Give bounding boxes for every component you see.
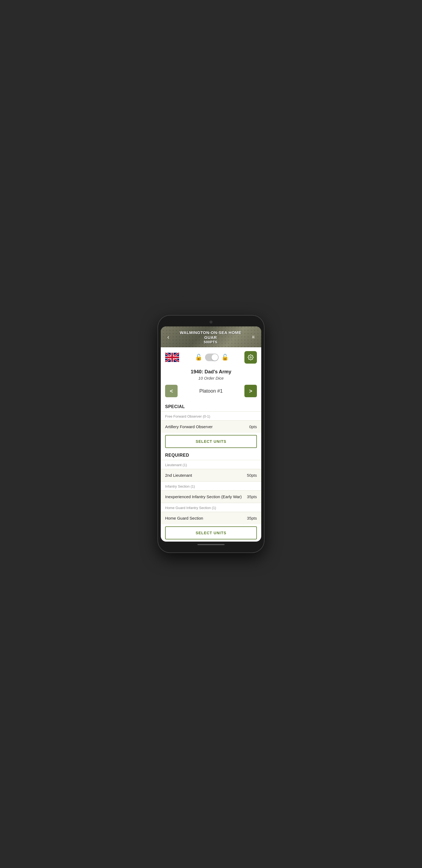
phone-screen: ‹ WALMINGTON-ON-SEA HOME GUAR 500PTS ≡ 🔓 — [161, 327, 261, 541]
next-platoon-button[interactable]: > — [245, 385, 257, 397]
category-label-infantry-section: Infantry Section (1) — [165, 484, 195, 488]
gear-icon — [248, 354, 254, 360]
category-infantry-section: Infantry Section (1) — [161, 482, 261, 490]
controls-row: 🔓 🔓 — [161, 347, 261, 367]
category-lieutenant: Lieutenant (1) — [161, 460, 261, 469]
header-title: WALMINGTON-ON-SEA HOME GUAR — [173, 330, 247, 340]
item-pts-artillery-forward-observer: 0pts — [249, 424, 257, 429]
item-name-artillery-forward-observer: Artillery Forward Observer — [165, 424, 213, 429]
item-pts-inexperienced-infantry: 35pts — [247, 494, 257, 499]
list-item[interactable]: 2nd Lieutenant 50pts — [161, 469, 261, 482]
army-info: 1940: Dad's Army 10 Order Dice — [161, 367, 261, 385]
category-label-free-forward-observer: Free Forward Observer (0-1) — [165, 414, 210, 418]
order-dice: 10 Order Dice — [165, 376, 257, 380]
select-units-button-required[interactable]: SELECT UNITS — [165, 526, 257, 539]
home-indicator — [197, 544, 225, 545]
prev-platoon-button[interactable]: < — [165, 385, 177, 397]
flag-icon[interactable] — [165, 353, 179, 362]
lock-toggle-group: 🔓 🔓 — [195, 353, 229, 361]
phone-frame: ‹ WALMINGTON-ON-SEA HOME GUAR 500PTS ≡ 🔓 — [158, 316, 264, 552]
lock-left-icon: 🔓 — [195, 354, 202, 361]
category-label-home-guard-infantry: Home Guard Infantry Section (1) — [165, 506, 216, 510]
required-title: REQUIRED — [165, 453, 189, 458]
home-bar — [161, 541, 261, 548]
platoon-label: Platoon #1 — [199, 388, 223, 394]
header-subtitle: 500PTS — [173, 340, 247, 344]
menu-button[interactable]: ≡ — [250, 333, 257, 341]
item-pts-home-guard-section: 35pts — [247, 516, 257, 520]
special-section-header: SPECIAL — [161, 402, 261, 411]
toggle-knob — [212, 354, 218, 361]
category-label-lieutenant: Lieutenant (1) — [165, 463, 187, 467]
item-name-home-guard-section: Home Guard Section — [165, 516, 203, 520]
list-item[interactable]: Inexperienced Infantry Section (Early Wa… — [161, 490, 261, 503]
lock-right-icon: 🔓 — [221, 354, 229, 361]
required-section-header: REQUIRED — [161, 450, 261, 460]
list-item[interactable]: Artillery Forward Observer 0pts — [161, 420, 261, 433]
select-units-button-special[interactable]: SELECT UNITS — [165, 435, 257, 448]
special-section: SPECIAL Free Forward Observer (0-1) Arti… — [161, 402, 261, 448]
army-name: 1940: Dad's Army — [165, 369, 257, 375]
list-item[interactable]: Home Guard Section 35pts — [161, 512, 261, 524]
toggle-switch[interactable] — [205, 353, 219, 361]
app-header: ‹ WALMINGTON-ON-SEA HOME GUAR 500PTS ≡ — [161, 327, 261, 347]
back-button[interactable]: ‹ — [165, 333, 171, 342]
header-title-group: WALMINGTON-ON-SEA HOME GUAR 500PTS — [171, 330, 250, 344]
camera — [209, 320, 213, 324]
item-name-2nd-lieutenant: 2nd Lieutenant — [165, 473, 192, 477]
special-title: SPECIAL — [165, 404, 185, 409]
platoon-nav: < Platoon #1 > — [161, 385, 261, 402]
item-name-inexperienced-infantry: Inexperienced Infantry Section (Early Wa… — [165, 494, 242, 499]
category-free-forward-observer: Free Forward Observer (0-1) — [161, 411, 261, 420]
settings-button[interactable] — [245, 351, 257, 364]
item-pts-2nd-lieutenant: 50pts — [247, 473, 257, 477]
category-home-guard-infantry: Home Guard Infantry Section (1) — [161, 503, 261, 512]
required-section: REQUIRED Lieutenant (1) 2nd Lieutenant 5… — [161, 450, 261, 539]
